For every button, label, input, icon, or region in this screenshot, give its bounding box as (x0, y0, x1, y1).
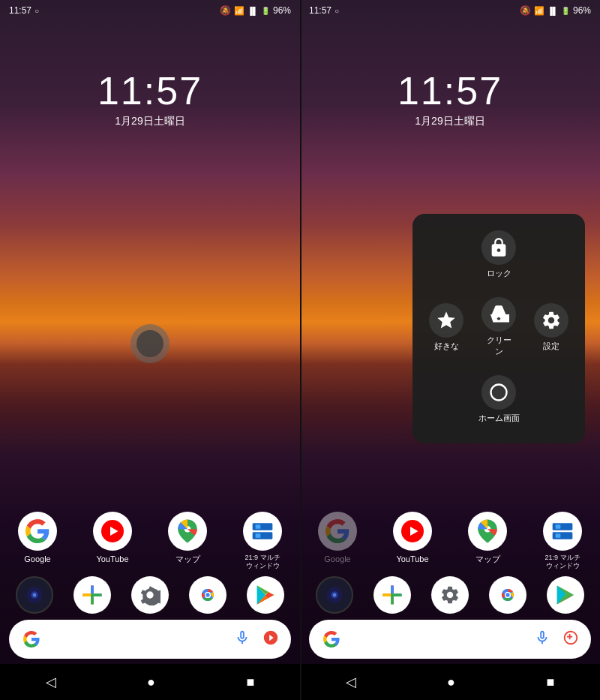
left-app-maps[interactable]: マップ (158, 509, 218, 574)
right-google-icon-circle (318, 512, 357, 551)
right-app-youtube[interactable]: YouTube (382, 509, 442, 574)
right-app-google[interactable]: Google (308, 509, 368, 574)
right-multiwindow-label: 21:9 マルチウィンドウ (544, 554, 580, 571)
left-youtube-icon-circle (93, 512, 132, 551)
right-lens-icon[interactable] (562, 629, 579, 649)
right-status-left: 11:57 ○ (309, 5, 339, 16)
screen-container: 11:57 ○ 🔕 📶 ▐▌ 🔋 96% 11:57 1月29日土曜日 (0, 0, 600, 700)
right-google-label: Google (324, 554, 350, 564)
lock-label: ロック (487, 268, 512, 279)
left-search-google-g (21, 629, 42, 650)
context-menu: ロック 好きな (412, 214, 585, 443)
left-multiwindow-icon-circle (243, 512, 282, 551)
left-mic-icon[interactable] (234, 629, 250, 649)
svg-point-26 (333, 593, 337, 597)
left-maps-label: マップ (176, 554, 200, 564)
context-menu-lock-row: ロック (422, 223, 576, 287)
right-battery-icon: 🔋 (561, 7, 570, 15)
left-bottom-settings[interactable] (131, 576, 169, 614)
left-clock-time: 11:57 (98, 71, 202, 110)
right-app-row: Google YouTube (300, 509, 600, 574)
left-bottom-row (0, 576, 300, 614)
context-menu-settings[interactable]: 設定 (525, 290, 578, 365)
right-battery-pct: 96% (573, 5, 591, 16)
left-app-google[interactable]: Google (8, 509, 68, 574)
settings-icon-circle (534, 303, 568, 338)
left-battery-pct: 96% (273, 5, 291, 16)
svg-point-16 (491, 385, 507, 401)
left-lens-icon[interactable] (262, 629, 279, 649)
left-clock-icon: ○ (34, 7, 39, 15)
left-wifi-icon: 📶 (234, 6, 244, 16)
right-app-maps[interactable]: マップ (458, 509, 518, 574)
left-mute-icon: 🔕 (220, 5, 231, 16)
left-status-right: 🔕 📶 ▐▌ 🔋 96% (220, 5, 291, 16)
right-search-google-g (321, 629, 342, 650)
lock-icon-circle (482, 230, 516, 265)
right-clock-icon: ○ (334, 7, 339, 15)
right-bottom-playstore[interactable] (547, 576, 584, 614)
left-app-multiwindow[interactable]: 21:9 マルチウィンドウ (232, 509, 292, 574)
left-bottom-photos[interactable] (74, 576, 111, 614)
left-youtube-label: YouTube (96, 554, 128, 564)
left-home-circle-inner (136, 330, 164, 357)
left-battery-icon: 🔋 (261, 7, 270, 15)
right-mic-icon[interactable] (534, 629, 550, 649)
right-bottom-camera[interactable] (316, 576, 353, 614)
left-maps-icon-circle (168, 512, 207, 551)
left-bottom-playstore[interactable] (247, 576, 284, 614)
context-menu-middle-row: 好きな クリーン (422, 290, 576, 365)
left-signal-icon: ▐▌ (248, 7, 258, 15)
favorite-icon-circle (429, 303, 464, 338)
settings-label: 設定 (543, 341, 560, 352)
right-status-bar: 11:57 ○ 🔕 📶 ▐▌ 🔋 96% (300, 0, 600, 21)
left-bottom-camera[interactable] (16, 576, 53, 614)
right-youtube-label: YouTube (396, 554, 428, 564)
svg-point-30 (506, 593, 509, 596)
left-home-circle[interactable] (130, 324, 170, 363)
right-app-multiwindow[interactable]: 21:9 マルチウィンドウ (532, 509, 592, 574)
svg-point-11 (146, 591, 153, 598)
right-back-button[interactable]: ◁ (346, 674, 356, 690)
context-menu-favorite[interactable]: 好きな (420, 290, 472, 365)
left-screen: 11:57 ○ 🔕 📶 ▐▌ 🔋 96% 11:57 1月29日土曜日 (0, 0, 300, 700)
right-bottom-photos[interactable] (374, 576, 411, 614)
left-clock-date: 1月29日土曜日 (98, 115, 202, 128)
right-screen: 11:57 ○ 🔕 📶 ▐▌ 🔋 96% 11:57 1月29日土曜日 (300, 0, 600, 700)
svg-rect-4 (253, 532, 273, 539)
left-bottom-chrome[interactable] (189, 576, 226, 614)
left-nav-bar: ◁ ● ■ (0, 664, 300, 700)
svg-point-9 (33, 593, 37, 597)
right-bottom-row (300, 576, 600, 614)
right-search-bar[interactable] (309, 620, 591, 659)
context-menu-homescreen[interactable]: ホーム画面 (466, 368, 532, 431)
left-time: 11:57 (9, 5, 32, 16)
svg-rect-3 (253, 523, 273, 530)
context-menu-lock[interactable]: ロック (470, 223, 528, 287)
right-clock-date: 1月29日土曜日 (398, 115, 502, 128)
homescreen-label: ホーム画面 (478, 413, 520, 424)
left-app-youtube[interactable]: YouTube (82, 509, 142, 574)
right-signal-icon: ▐▌ (548, 7, 558, 15)
right-home-button[interactable]: ● (447, 674, 455, 690)
clean-icon-circle (482, 297, 516, 332)
left-clock: 11:57 1月29日土曜日 (98, 71, 202, 128)
svg-rect-5 (256, 524, 261, 528)
left-back-button[interactable]: ◁ (46, 674, 56, 690)
left-recents-button[interactable]: ■ (246, 674, 254, 690)
right-mute-icon: 🔕 (520, 5, 531, 16)
right-bottom-settings[interactable] (431, 576, 469, 614)
right-bottom-chrome[interactable] (489, 576, 526, 614)
left-status-bar: 11:57 ○ 🔕 📶 ▐▌ 🔋 96% (0, 0, 300, 21)
left-google-icon-circle (18, 512, 57, 551)
left-app-row: Google YouTube (0, 509, 300, 574)
right-wifi-icon: 📶 (534, 6, 544, 16)
right-nav-bar: ◁ ● ■ (300, 664, 600, 700)
right-clock-time: 11:57 (398, 71, 502, 110)
context-menu-clean[interactable]: クリーン (472, 290, 525, 365)
clean-label: クリーン (484, 335, 513, 357)
left-home-button[interactable]: ● (147, 674, 155, 690)
left-google-label: Google (24, 554, 50, 564)
right-recents-button[interactable]: ■ (546, 674, 554, 690)
left-search-bar[interactable] (9, 620, 291, 659)
